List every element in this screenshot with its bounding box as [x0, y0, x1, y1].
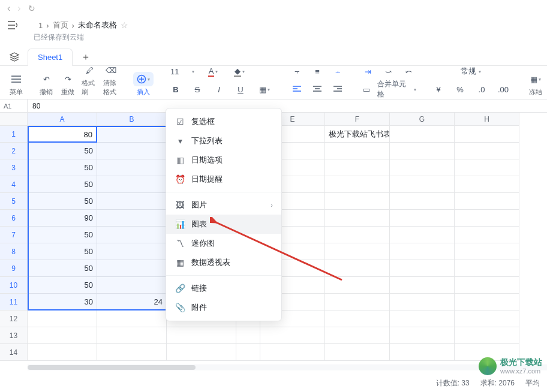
cell[interactable]: 50 — [28, 193, 97, 210]
decimal-inc-icon[interactable]: .00 — [495, 82, 511, 97]
menu-item-数据透视表[interactable]: ▦数据透视表 — [166, 253, 281, 272]
cell[interactable] — [325, 327, 390, 344]
format-painter-icon[interactable]: 🖊 — [82, 63, 97, 77]
number-format-select[interactable]: 常规 — [461, 66, 476, 77]
valign-middle-icon[interactable]: ≡ — [309, 64, 325, 79]
cell[interactable]: 50 — [28, 260, 97, 277]
cell[interactable] — [390, 344, 455, 361]
menu-item-日期选项[interactable]: ▥日期选项 — [166, 150, 281, 170]
clear-format-icon[interactable]: ⌫ — [103, 63, 119, 77]
row-header[interactable]: 11 — [0, 294, 28, 310]
undo-icon[interactable]: ↶ — [38, 72, 54, 86]
wrap-icon[interactable]: ⇥ — [360, 64, 375, 79]
align-right-icon[interactable] — [330, 82, 345, 97]
cell[interactable] — [455, 193, 519, 210]
row-header[interactable]: 6 — [0, 210, 28, 227]
cell[interactable]: 24 — [97, 294, 167, 310]
align-left-icon[interactable] — [289, 82, 305, 97]
merge-label[interactable]: 合并单元格 — [377, 79, 409, 99]
formula-value[interactable]: 80 — [28, 102, 45, 110]
col-header-A[interactable]: A — [28, 113, 97, 126]
cell[interactable] — [390, 277, 455, 294]
italic-icon[interactable]: I — [211, 82, 227, 97]
cell[interactable] — [455, 277, 519, 294]
cell[interactable] — [97, 310, 167, 327]
crumb-home[interactable]: 首页 — [53, 20, 68, 31]
cell[interactable]: 50 — [28, 227, 97, 243]
border-icon[interactable]: ▦▾ — [254, 82, 275, 97]
cell[interactable] — [325, 143, 390, 159]
cell[interactable] — [97, 193, 167, 210]
menu-icon[interactable] — [8, 72, 24, 86]
cell[interactable]: 50 — [28, 176, 97, 193]
cell[interactable] — [325, 210, 390, 227]
menu-item-下拉列表[interactable]: ▾下拉列表 — [166, 131, 281, 150]
insert-button[interactable]: ▾ — [133, 72, 154, 86]
valign-top-icon[interactable]: ⫟ — [289, 64, 305, 79]
cell[interactable] — [390, 193, 455, 210]
merge-icon[interactable]: ▭ — [360, 82, 374, 97]
cell[interactable]: 30 — [28, 294, 97, 310]
cell[interactable] — [390, 210, 455, 227]
star-icon[interactable]: ☆ — [121, 20, 128, 30]
cell[interactable] — [390, 227, 455, 243]
cell[interactable] — [236, 327, 260, 344]
cell[interactable] — [97, 277, 167, 294]
col-header-G[interactable]: G — [390, 113, 455, 126]
cell[interactable] — [325, 243, 390, 260]
crumb-root[interactable]: 1 — [38, 21, 43, 30]
row-header[interactable]: 14 — [0, 344, 28, 361]
refresh-icon[interactable]: ↻ — [28, 4, 35, 13]
cell[interactable] — [390, 159, 455, 176]
cell[interactable] — [390, 327, 455, 344]
cell[interactable] — [325, 294, 390, 310]
cell[interactable] — [97, 344, 167, 361]
cell[interactable] — [325, 227, 390, 243]
cell[interactable] — [325, 344, 390, 361]
cell[interactable] — [97, 210, 167, 227]
cell[interactable] — [390, 294, 455, 310]
row-header[interactable]: 12 — [0, 310, 28, 327]
freeze-icon[interactable]: ▦▾ — [525, 72, 546, 86]
cell[interactable] — [97, 159, 167, 176]
menu-item-图表[interactable]: 📊图表 — [166, 215, 281, 234]
row-header[interactable]: 1 — [0, 126, 28, 143]
underline-icon[interactable]: U — [233, 82, 248, 97]
cell-reference[interactable]: A1 — [0, 99, 28, 112]
cell[interactable]: 50 — [28, 143, 97, 159]
cell[interactable] — [390, 260, 455, 277]
cell[interactable] — [167, 344, 236, 361]
crumb-current[interactable]: 未命名表格 — [78, 20, 117, 31]
cell[interactable] — [325, 310, 390, 327]
cell[interactable] — [260, 327, 325, 344]
row-header[interactable]: 10 — [0, 277, 28, 294]
cell[interactable] — [455, 260, 519, 277]
align-center-icon[interactable] — [309, 82, 325, 97]
menu-item-日期提醒[interactable]: ⏰日期提醒 — [166, 170, 281, 189]
menu-item-链接[interactable]: 🔗链接 — [166, 279, 281, 298]
cell[interactable] — [455, 159, 519, 176]
row-header[interactable]: 2 — [0, 143, 28, 159]
cell[interactable] — [97, 260, 167, 277]
menu-item-迷你图[interactable]: 〽迷你图 — [166, 234, 281, 253]
cell[interactable] — [455, 126, 519, 143]
sheet-tab-active[interactable]: Sheet1 — [28, 49, 73, 66]
cell[interactable] — [455, 294, 519, 310]
bold-icon[interactable]: B — [168, 82, 184, 97]
cell[interactable] — [390, 143, 455, 159]
cell[interactable] — [325, 260, 390, 277]
cell[interactable] — [97, 176, 167, 193]
forward-icon[interactable]: › — [17, 3, 20, 14]
row-header[interactable]: 7 — [0, 227, 28, 243]
cell[interactable] — [390, 176, 455, 193]
cell[interactable]: 50 — [28, 277, 97, 294]
col-header-B[interactable]: B — [97, 113, 167, 126]
row-header[interactable]: 9 — [0, 260, 28, 277]
cell[interactable] — [455, 310, 519, 327]
cell[interactable] — [325, 159, 390, 176]
cell[interactable] — [390, 310, 455, 327]
horizontal-scrollbar[interactable] — [28, 364, 547, 370]
select-all-corner[interactable] — [0, 113, 28, 126]
menu-item-复选框[interactable]: ☑复选框 — [166, 112, 281, 131]
font-size-select[interactable]: 11▾ — [168, 64, 197, 79]
